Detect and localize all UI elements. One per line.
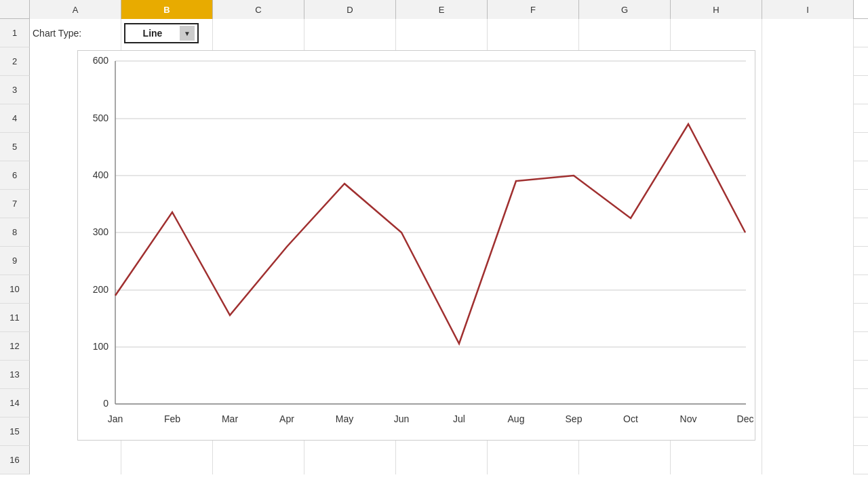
row-header-4[interactable]: 4 — [0, 104, 30, 133]
row-headers: 1 2 3 4 5 6 7 8 9 10 11 12 13 14 15 16 — [0, 19, 30, 488]
cell-h16[interactable] — [671, 446, 762, 474]
row-header-6[interactable]: 6 — [0, 161, 30, 190]
line-chart: 0 100 200 300 400 500 600 Jan Feb Mar Ap… — [78, 51, 756, 441]
row-header-16[interactable]: 16 — [0, 446, 30, 474]
column-headers: A B C D E F G H I — [0, 0, 868, 19]
cell-b16[interactable] — [121, 446, 213, 474]
cell-a16[interactable] — [30, 446, 121, 474]
cell-b1[interactable]: Line ▼ — [121, 19, 213, 47]
x-label-may: May — [336, 413, 353, 424]
x-label-jan: Jan — [108, 413, 123, 424]
cell-g16[interactable] — [579, 446, 671, 474]
dropdown-arrow-icon[interactable]: ▼ — [180, 26, 195, 41]
x-label-sep: Sep — [566, 413, 583, 424]
y-label-400: 400 — [93, 169, 109, 180]
cell-f1[interactable] — [488, 19, 579, 47]
row-header-10[interactable]: 10 — [0, 275, 30, 304]
cell-h1[interactable] — [671, 19, 762, 47]
row-header-2[interactable]: 2 — [0, 47, 30, 76]
grid-content: Chart Type: Line ▼ — [30, 19, 868, 488]
cell-d16[interactable] — [304, 446, 396, 474]
x-label-feb: Feb — [164, 413, 180, 424]
cell-e16[interactable] — [396, 446, 488, 474]
y-label-100: 100 — [93, 341, 109, 352]
cell-f16[interactable] — [488, 446, 579, 474]
row-header-15[interactable]: 15 — [0, 418, 30, 446]
col-header-b[interactable]: B — [121, 0, 213, 19]
row-header-12[interactable]: 12 — [0, 332, 30, 361]
row-header-11[interactable]: 11 — [0, 304, 30, 332]
row-header-13[interactable]: 13 — [0, 361, 30, 389]
row-1: Chart Type: Line ▼ — [30, 19, 868, 47]
chart-area: 0 100 200 300 400 500 600 Jan Feb Mar Ap… — [77, 50, 755, 441]
chart-type-dropdown[interactable]: Line ▼ — [124, 23, 199, 43]
x-label-jun: Jun — [394, 413, 410, 424]
x-label-apr: Apr — [279, 413, 294, 424]
col-header-g[interactable]: G — [579, 0, 671, 19]
y-label-0: 0 — [103, 398, 108, 409]
spreadsheet: A B C D E F G H I 1 2 3 4 5 6 7 8 9 10 1… — [0, 0, 868, 488]
y-label-500: 500 — [93, 113, 109, 123]
col-header-a[interactable]: A — [30, 0, 121, 19]
corner-cell — [0, 0, 30, 19]
grid-body: 1 2 3 4 5 6 7 8 9 10 11 12 13 14 15 16 C… — [0, 19, 868, 488]
x-label-oct: Oct — [623, 413, 638, 424]
x-label-mar: Mar — [222, 413, 238, 424]
x-label-jul: Jul — [453, 413, 465, 424]
cell-i1[interactable] — [762, 19, 854, 47]
cell-c16[interactable] — [213, 446, 304, 474]
row-header-14[interactable]: 14 — [0, 389, 30, 418]
col-header-i[interactable]: I — [762, 0, 854, 19]
row-header-3[interactable]: 3 — [0, 76, 30, 104]
data-polyline — [115, 124, 745, 344]
cell-e1[interactable] — [396, 19, 488, 47]
col-header-h[interactable]: H — [671, 0, 762, 19]
cell-a1[interactable]: Chart Type: — [30, 19, 121, 47]
row-header-1[interactable]: 1 — [0, 19, 30, 47]
y-label-200: 200 — [93, 284, 109, 295]
x-label-dec: Dec — [737, 413, 754, 424]
cell-i16[interactable] — [762, 446, 854, 474]
chart-region: 0 100 200 300 400 500 600 Jan Feb Mar Ap… — [30, 47, 868, 446]
cell-g1[interactable] — [579, 19, 671, 47]
col-header-e[interactable]: E — [396, 0, 488, 19]
row-header-9[interactable]: 9 — [0, 247, 30, 275]
chart-type-label: Chart Type: — [33, 28, 81, 39]
x-label-nov: Nov — [680, 413, 697, 424]
dropdown-value: Line — [128, 28, 177, 39]
row-16 — [30, 446, 868, 474]
y-label-600: 600 — [93, 55, 109, 66]
col-header-d[interactable]: D — [304, 0, 396, 19]
row-header-5[interactable]: 5 — [0, 133, 30, 161]
cell-c1[interactable] — [213, 19, 304, 47]
y-label-300: 300 — [93, 226, 109, 237]
row-header-7[interactable]: 7 — [0, 190, 30, 218]
col-header-c[interactable]: C — [213, 0, 304, 19]
x-label-aug: Aug — [508, 413, 525, 424]
cell-d1[interactable] — [304, 19, 396, 47]
col-header-f[interactable]: F — [488, 0, 579, 19]
row-header-8[interactable]: 8 — [0, 218, 30, 247]
